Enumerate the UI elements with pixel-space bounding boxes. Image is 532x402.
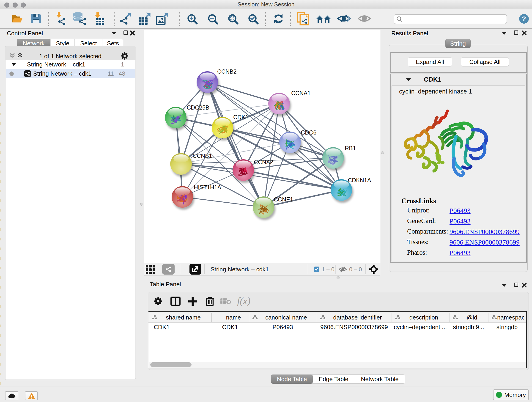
- svg-text:RB1: RB1: [345, 145, 356, 151]
- svg-text:HIST1H1A: HIST1H1A: [194, 184, 221, 191]
- svg-text:CDC25B: CDC25B: [187, 104, 209, 111]
- svg-text:CCNB1: CCNB1: [193, 153, 212, 159]
- svg-text:CCNA1: CCNA1: [291, 90, 311, 96]
- svg-text:CCNB2: CCNB2: [217, 68, 237, 75]
- svg-text:CCNA2: CCNA2: [254, 159, 273, 165]
- svg-text:CDC6: CDC6: [301, 129, 317, 136]
- svg-text:CDKN1A: CDKN1A: [348, 177, 371, 183]
- svg-text:CCNE1: CCNE1: [274, 196, 293, 203]
- svg-text:CDK1: CDK1: [233, 114, 249, 120]
